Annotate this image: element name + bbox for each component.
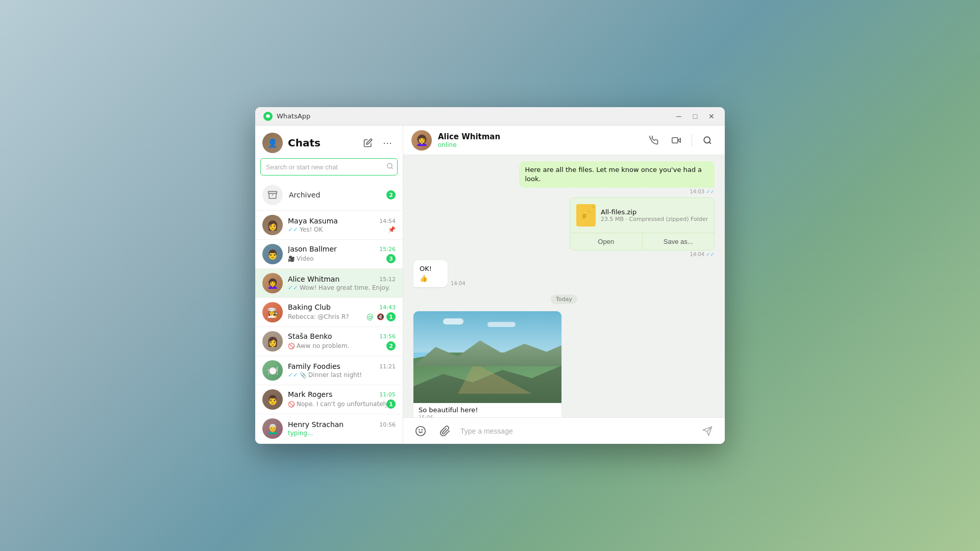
svg-rect-7 [581,209,588,221]
tick-icon: ✓✓ [706,252,715,257]
svg-marker-4 [678,138,680,142]
more-options-button[interactable]: ⋯ [379,135,396,151]
attach-button[interactable] [436,422,454,440]
chat-name: Henry Strachan [288,420,344,429]
chat-time: 13:56 [379,333,396,340]
list-item[interactable]: 👨 Mark Rogers 11:05 🚫 Nope. I can't go u… [255,385,403,414]
message-time: 14:04 [690,252,704,257]
chat-name: Staša Benko [288,332,332,340]
archived-row[interactable]: Archived 2 [255,180,403,211]
chat-name: Baking Club [288,303,331,311]
message-bubble-sent: Here are all the files. Let me know once… [519,161,715,188]
chat-time: 11:21 [379,363,396,370]
svg-rect-11 [582,217,585,218]
unread-badge: 2 [386,341,396,350]
save-file-button[interactable]: Save as... [642,233,715,250]
message-meta: 14:04 ✓✓ [690,252,715,257]
message-meta: 14:03 ✓✓ [690,189,715,194]
user-avatar-img: 👤 [267,138,278,148]
voice-call-button[interactable] [645,131,663,149]
chat-preview: Rebecca: @Chris R? [288,313,366,320]
emoji-button[interactable] [411,422,430,440]
file-attachment-bubble: All-files.zip 23.5 MB · Compressed (zipp… [570,197,715,251]
archive-icon [262,185,283,205]
muted-icon: 🔇 [377,313,384,320]
svg-rect-5 [672,137,678,143]
chat-preview: ✓✓ Wow! Have great time. Enjoy. [288,284,396,291]
message-row: So beautiful here! 15:06 ❤️ [413,311,715,417]
sidebar-header: 👤 Chats ⋯ [255,126,403,158]
svg-rect-2 [268,191,277,193]
svg-rect-9 [582,214,586,215]
main-layout: 👤 Chats ⋯ [255,126,725,444]
message-text: Here are all the files. Let me know once… [525,166,702,183]
chat-time: 10:56 [379,421,396,428]
message-input[interactable] [460,427,692,435]
list-item[interactable]: 👩‍🦰 Dawn Jones 8:32 [255,443,403,444]
close-button[interactable]: ✕ [704,111,719,121]
file-meta: 23.5 MB · Compressed (zipped) Folder [601,216,708,222]
tick-icon: ✓✓ [288,226,298,233]
tick-icon: ✓✓ [288,371,298,379]
message-bubble-received: OK! 👍 [413,260,448,287]
chat-preview: 🚫 Aww no problem. [288,342,386,349]
list-item[interactable]: 👨 Jason Ballmer 15:26 🎥 Video 3 [255,240,403,269]
svg-rect-10 [582,216,586,217]
mention-icon: @ [366,313,374,321]
pinned-icon: 📌 [388,226,396,233]
chat-preview: typing... [288,430,396,437]
avatar: 👩‍🍳 [262,302,283,322]
tick-icon: ✓✓ [706,189,715,194]
unread-badge: 3 [386,254,396,263]
contact-status: online [438,141,639,148]
avatar: 👨 [262,389,283,410]
window-controls: ─ □ ✕ [672,111,719,121]
video-call-button[interactable] [667,131,685,149]
chat-panel: 👩‍🦱 Alice Whitman online [403,126,725,444]
list-item[interactable]: 👩‍🍳 Baking Club 14:43 Rebecca: @Chris R? [255,298,403,327]
open-file-button[interactable]: Open [570,233,642,250]
list-item[interactable]: 👨‍🦳 Henry Strachan 10:56 typing... [255,414,403,443]
chat-header: 👩‍🦱 Alice Whitman online [403,126,725,155]
search-messages-button[interactable] [698,131,717,149]
message-row: All-files.zip 23.5 MB · Compressed (zipp… [413,197,715,257]
blocked-icon: 🚫 [288,401,295,408]
svg-point-12 [416,426,425,435]
blocked-icon: 🚫 [288,343,295,349]
messages-area: Here are all the files. Let me know once… [403,155,725,417]
maximize-button[interactable]: □ [688,111,702,121]
minimize-button[interactable]: ─ [672,111,686,121]
title-bar: WhatsApp ─ □ ✕ [255,107,725,126]
search-bar [260,158,398,176]
avatar[interactable]: 👤 [262,133,283,153]
send-button[interactable] [698,422,717,440]
list-item[interactable]: 👩 Staša Benko 13:56 🚫 Aww no problem. [255,327,403,356]
list-item[interactable]: 🍽️ Family Foodies 11:21 ✓✓ 📎 Dinner last… [255,356,403,385]
chat-name: Mark Rogers [288,390,332,398]
chat-time: 14:43 [379,304,396,311]
chat-preview: ✓✓ 📎 Dinner last night! [288,371,396,379]
unread-badge: 1 [386,312,396,321]
avatar: 👨 [262,244,283,264]
avatar: 👨‍🦳 [262,418,283,439]
chat-time: 11:05 [379,391,396,398]
avatar: 🍽️ [262,360,283,381]
archived-label: Archived [289,191,380,199]
message-time: 14:03 [690,189,704,194]
list-item[interactable]: 👩 Maya Kasuma 14:54 ✓✓ Yes! OK 📌 [255,211,403,240]
photo-caption: So beautiful here! [419,406,556,414]
contact-avatar[interactable]: 👩‍🦱 [411,130,432,151]
search-input[interactable] [260,158,398,176]
svg-point-6 [704,137,710,143]
chat-name: Alice Whitman [288,275,339,283]
chat-preview: 🎥 Video [288,255,386,262]
sidebar-title: Chats [288,137,355,149]
chat-time: 15:12 [379,276,396,283]
new-chat-button[interactable] [360,135,376,151]
list-item[interactable]: 👩‍🦱 Alice Whitman 15:12 ✓✓ Wow! Have gre… [255,269,403,298]
title-bar-left: WhatsApp [263,112,310,121]
chat-time: 14:54 [379,218,396,224]
video-icon: 🎥 [288,256,295,262]
chat-list: Archived 2 👩 Maya Kasuma 14:54 [255,180,403,444]
avatar: 👩 [262,215,283,235]
